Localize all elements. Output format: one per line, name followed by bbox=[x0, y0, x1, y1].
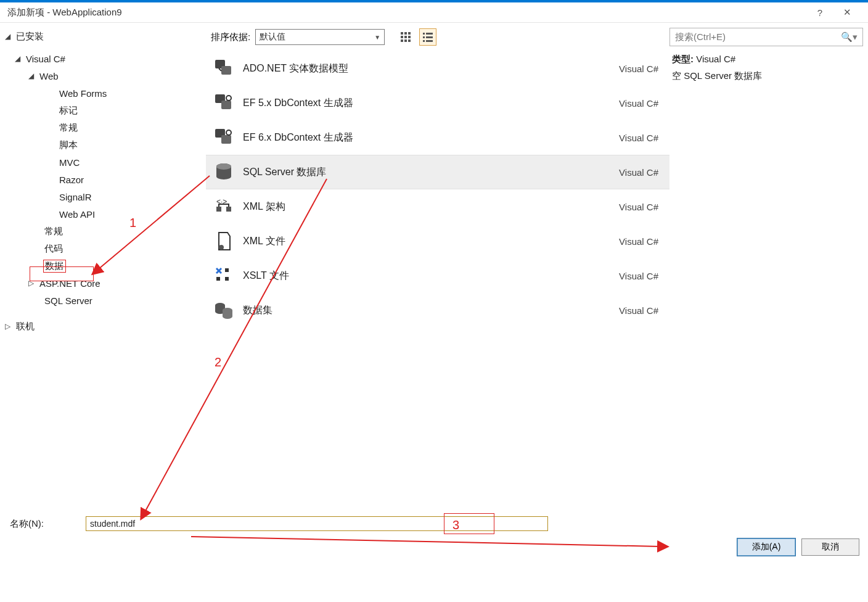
item-lang: Visual C# bbox=[619, 236, 662, 247]
database-icon bbox=[211, 159, 237, 185]
tree-daima[interactable]: 代码 bbox=[0, 240, 206, 257]
svg-point-24 bbox=[216, 163, 231, 170]
tree-sqlserver[interactable]: SQL Server bbox=[0, 292, 206, 309]
svg-rect-14 bbox=[426, 40, 433, 42]
description-panel: 类型: Visual C# 空 SQL Server 数据库 bbox=[669, 50, 868, 82]
list-item[interactable]: XSLT 文件 Visual C# bbox=[206, 258, 669, 293]
svg-rect-30 bbox=[216, 277, 220, 281]
grid-view-icon[interactable] bbox=[397, 28, 414, 46]
tree-csharp[interactable]: ◢Visual C# bbox=[0, 50, 206, 67]
item-lang: Visual C# bbox=[619, 98, 662, 109]
svg-point-28 bbox=[219, 245, 224, 250]
item-name: XSLT 文件 bbox=[243, 270, 619, 282]
toolbar: 排序依据: 默认值 ▼ bbox=[206, 23, 669, 51]
list-item[interactable]: 数据集 Visual C# bbox=[206, 293, 669, 328]
svg-rect-21 bbox=[221, 135, 231, 144]
template-list: ADO.NET 实体数据模型 Visual C# EF 5.x DbContex… bbox=[206, 51, 669, 510]
item-name: SQL Server 数据库 bbox=[243, 166, 619, 179]
tree-signalr[interactable]: SignalR bbox=[0, 188, 206, 205]
anno-3: 3 bbox=[452, 518, 459, 532]
xslt-icon bbox=[211, 263, 237, 289]
anno-2: 2 bbox=[215, 355, 221, 369]
svg-rect-6 bbox=[401, 39, 403, 42]
list-item[interactable]: ADO.NET 实体数据模型 Visual C# bbox=[206, 51, 669, 86]
item-name: EF 5.x DbContext 生成器 bbox=[243, 97, 619, 110]
tree-biaoji[interactable]: 标记 bbox=[0, 102, 206, 119]
chevron-down-icon: ▼ bbox=[374, 34, 380, 41]
item-lang: Visual C# bbox=[619, 202, 662, 212]
item-name: EF 6.x DbContext 生成器 bbox=[243, 131, 619, 144]
item-lang: Visual C# bbox=[619, 167, 662, 178]
close-icon[interactable]: ✕ bbox=[833, 7, 861, 18]
item-lang: Visual C# bbox=[619, 271, 662, 281]
svg-rect-26 bbox=[216, 207, 221, 212]
svg-rect-3 bbox=[401, 36, 403, 38]
list-item[interactable]: XML 文件 Visual C# bbox=[206, 224, 669, 258]
xml-schema-icon: <·> bbox=[211, 194, 237, 220]
svg-rect-9 bbox=[423, 33, 425, 35]
description-text: 空 SQL Server 数据库 bbox=[672, 70, 862, 82]
xml-file-icon bbox=[211, 228, 237, 254]
name-label: 名称(N): bbox=[7, 518, 44, 530]
svg-rect-2 bbox=[408, 32, 411, 35]
svg-point-19 bbox=[226, 96, 231, 101]
tree-web[interactable]: ◢Web bbox=[0, 67, 206, 85]
search-placeholder: 搜索(Ctrl+E) bbox=[675, 31, 726, 43]
item-lang: Visual C# bbox=[619, 133, 662, 143]
list-view-icon[interactable] bbox=[419, 28, 436, 46]
titlebar: 添加新项 - WebApplication9 ? ✕ bbox=[0, 0, 868, 22]
type-label: 类型: bbox=[672, 54, 694, 64]
svg-rect-10 bbox=[426, 33, 433, 35]
svg-rect-0 bbox=[401, 32, 403, 35]
svg-rect-27 bbox=[226, 207, 231, 212]
svg-rect-8 bbox=[408, 39, 411, 42]
svg-rect-7 bbox=[404, 39, 407, 42]
list-item[interactable]: EF 6.x DbContext 生成器 Visual C# bbox=[206, 120, 669, 155]
type-value: Visual C# bbox=[696, 54, 735, 64]
cancel-button[interactable]: 取消 bbox=[801, 538, 859, 556]
help-icon[interactable]: ? bbox=[806, 7, 833, 18]
svg-rect-31 bbox=[225, 277, 229, 281]
tree-installed[interactable]: ◢已安装 bbox=[0, 28, 206, 45]
search-input[interactable]: 搜索(Ctrl+E) 🔍▾ bbox=[669, 28, 863, 46]
sort-label: 排序依据: bbox=[211, 31, 250, 43]
svg-rect-16 bbox=[221, 66, 231, 75]
tree-online[interactable]: ▷联机 bbox=[0, 318, 206, 335]
entity-model-icon bbox=[211, 56, 237, 81]
item-lang: Visual C# bbox=[619, 64, 662, 74]
search-icon: 🔍▾ bbox=[841, 31, 858, 43]
sort-value: 默认值 bbox=[260, 31, 285, 43]
ef5-icon bbox=[211, 90, 237, 116]
svg-rect-5 bbox=[408, 36, 411, 38]
tree-webapi[interactable]: Web API bbox=[0, 205, 206, 223]
item-name: ADO.NET 实体数据模型 bbox=[243, 62, 619, 75]
list-item[interactable]: <·> XML 架构 Visual C# bbox=[206, 189, 669, 224]
tree-changgui[interactable]: 常规 bbox=[0, 119, 206, 136]
ef6-icon bbox=[211, 125, 237, 150]
window-title: 添加新项 - WebApplication9 bbox=[7, 7, 122, 19]
list-item[interactable]: EF 5.x DbContext 生成器 Visual C# bbox=[206, 86, 669, 120]
svg-rect-4 bbox=[404, 36, 407, 38]
svg-point-22 bbox=[226, 130, 231, 135]
dataset-icon bbox=[211, 297, 237, 323]
list-item-selected[interactable]: SQL Server 数据库 Visual C# bbox=[206, 155, 669, 189]
tree-jiaoben[interactable]: 脚本 bbox=[0, 136, 206, 154]
svg-rect-18 bbox=[221, 101, 231, 109]
svg-rect-1 bbox=[404, 32, 407, 35]
item-name: XML 架构 bbox=[243, 200, 619, 213]
anno-1: 1 bbox=[129, 216, 136, 230]
svg-rect-11 bbox=[423, 36, 425, 38]
item-name: XML 文件 bbox=[243, 235, 619, 248]
add-button[interactable]: 添加(A) bbox=[737, 538, 795, 556]
svg-rect-12 bbox=[426, 36, 433, 38]
tree-mvc[interactable]: MVC bbox=[0, 154, 206, 171]
svg-rect-29 bbox=[225, 268, 229, 272]
tree-webforms[interactable]: Web Forms bbox=[0, 85, 206, 102]
tree-changgui2[interactable]: 常规 bbox=[0, 223, 206, 240]
item-name: 数据集 bbox=[243, 304, 619, 317]
svg-rect-13 bbox=[423, 40, 425, 42]
sort-combo[interactable]: 默认值 ▼ bbox=[255, 29, 385, 45]
tree-razor[interactable]: Razor bbox=[0, 171, 206, 188]
item-lang: Visual C# bbox=[619, 305, 662, 316]
